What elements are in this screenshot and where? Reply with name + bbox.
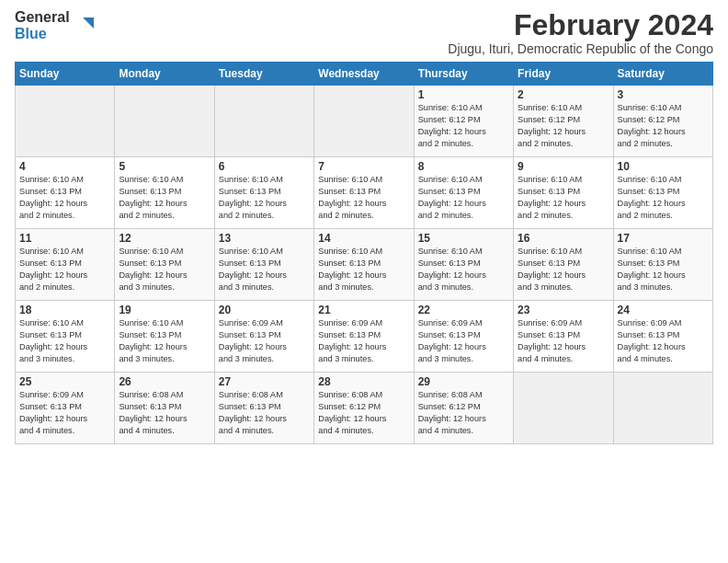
logo: General Blue	[15, 9, 94, 41]
day-number: 19	[119, 304, 210, 316]
day-number: 17	[618, 232, 709, 245]
day-cell: 19Sunrise: 6:10 AM Sunset: 6:13 PM Dayli…	[115, 301, 214, 373]
day-cell: 7Sunrise: 6:10 AM Sunset: 6:13 PM Daylig…	[314, 157, 414, 229]
week-row-3: 11Sunrise: 6:10 AM Sunset: 6:13 PM Dayli…	[16, 229, 713, 301]
day-number: 11	[19, 232, 110, 245]
day-cell: 25Sunrise: 6:09 AM Sunset: 6:13 PM Dayli…	[16, 373, 115, 444]
day-number: 7	[318, 160, 409, 173]
day-number: 8	[418, 160, 509, 173]
calendar-table: SundayMondayTuesdayWednesdayThursdayFrid…	[15, 62, 713, 444]
day-cell: 14Sunrise: 6:10 AM Sunset: 6:13 PM Dayli…	[314, 229, 414, 301]
day-cell: 1Sunrise: 6:10 AM Sunset: 6:12 PM Daylig…	[414, 86, 513, 157]
day-cell: 10Sunrise: 6:10 AM Sunset: 6:13 PM Dayli…	[613, 157, 712, 229]
day-detail: Sunrise: 6:10 AM Sunset: 6:13 PM Dayligh…	[618, 246, 709, 293]
day-cell: 15Sunrise: 6:10 AM Sunset: 6:13 PM Dayli…	[414, 229, 513, 301]
day-number: 9	[518, 160, 609, 173]
day-cell: 3Sunrise: 6:10 AM Sunset: 6:12 PM Daylig…	[613, 86, 712, 157]
day-number: 14	[318, 232, 409, 245]
week-row-5: 25Sunrise: 6:09 AM Sunset: 6:13 PM Dayli…	[16, 373, 713, 444]
day-detail: Sunrise: 6:10 AM Sunset: 6:12 PM Dayligh…	[618, 102, 709, 150]
day-number: 10	[618, 160, 709, 173]
day-cell: 22Sunrise: 6:09 AM Sunset: 6:13 PM Dayli…	[414, 301, 513, 373]
day-cell: 28Sunrise: 6:08 AM Sunset: 6:12 PM Dayli…	[314, 373, 414, 444]
col-header-saturday: Saturday	[613, 63, 712, 86]
subtitle: Djugu, Ituri, Democratic Republic of the…	[448, 41, 713, 56]
day-cell: 16Sunrise: 6:10 AM Sunset: 6:13 PM Dayli…	[514, 229, 613, 301]
day-detail: Sunrise: 6:10 AM Sunset: 6:13 PM Dayligh…	[518, 246, 609, 293]
day-detail: Sunrise: 6:10 AM Sunset: 6:13 PM Dayligh…	[19, 246, 110, 293]
day-number: 1	[418, 88, 509, 101]
day-number: 22	[418, 304, 509, 316]
day-cell: 8Sunrise: 6:10 AM Sunset: 6:13 PM Daylig…	[414, 157, 513, 229]
col-header-thursday: Thursday	[414, 63, 513, 86]
day-number: 20	[219, 304, 310, 316]
day-number: 18	[19, 304, 110, 316]
day-cell: 4Sunrise: 6:10 AM Sunset: 6:13 PM Daylig…	[16, 157, 115, 229]
day-cell: 17Sunrise: 6:10 AM Sunset: 6:13 PM Dayli…	[613, 229, 712, 301]
day-detail: Sunrise: 6:10 AM Sunset: 6:12 PM Dayligh…	[418, 102, 509, 150]
day-cell	[214, 86, 313, 157]
day-cell: 13Sunrise: 6:10 AM Sunset: 6:13 PM Dayli…	[214, 229, 313, 301]
col-header-tuesday: Tuesday	[214, 63, 313, 86]
day-detail: Sunrise: 6:10 AM Sunset: 6:13 PM Dayligh…	[318, 246, 409, 293]
day-detail: Sunrise: 6:10 AM Sunset: 6:13 PM Dayligh…	[219, 174, 310, 222]
day-cell: 11Sunrise: 6:10 AM Sunset: 6:13 PM Dayli…	[16, 229, 115, 301]
day-number: 21	[318, 304, 409, 316]
day-detail: Sunrise: 6:08 AM Sunset: 6:12 PM Dayligh…	[318, 389, 409, 437]
header: General Blue February 2024 Djugu, Ituri,…	[15, 9, 713, 56]
day-cell: 20Sunrise: 6:09 AM Sunset: 6:13 PM Dayli…	[214, 301, 313, 373]
day-detail: Sunrise: 6:10 AM Sunset: 6:13 PM Dayligh…	[119, 317, 210, 365]
day-detail: Sunrise: 6:10 AM Sunset: 6:13 PM Dayligh…	[119, 246, 210, 293]
day-number: 23	[518, 304, 609, 316]
main-title: February 2024	[448, 9, 713, 41]
day-cell: 26Sunrise: 6:08 AM Sunset: 6:13 PM Dayli…	[115, 373, 214, 444]
day-cell: 21Sunrise: 6:09 AM Sunset: 6:13 PM Dayli…	[314, 301, 414, 373]
day-detail: Sunrise: 6:09 AM Sunset: 6:13 PM Dayligh…	[618, 317, 709, 365]
header-row: SundayMondayTuesdayWednesdayThursdayFrid…	[16, 63, 713, 86]
day-number: 16	[518, 232, 609, 245]
day-number: 26	[119, 375, 210, 388]
day-detail: Sunrise: 6:10 AM Sunset: 6:13 PM Dayligh…	[418, 246, 509, 293]
day-detail: Sunrise: 6:09 AM Sunset: 6:13 PM Dayligh…	[19, 389, 110, 437]
day-cell	[16, 86, 115, 157]
day-number: 27	[219, 375, 310, 388]
day-detail: Sunrise: 6:10 AM Sunset: 6:13 PM Dayligh…	[19, 317, 110, 365]
day-cell: 24Sunrise: 6:09 AM Sunset: 6:13 PM Dayli…	[613, 301, 712, 373]
logo-general: General	[15, 9, 70, 26]
day-detail: Sunrise: 6:10 AM Sunset: 6:13 PM Dayligh…	[19, 174, 110, 222]
day-detail: Sunrise: 6:09 AM Sunset: 6:13 PM Dayligh…	[318, 317, 409, 365]
col-header-wednesday: Wednesday	[314, 63, 414, 86]
day-number: 6	[219, 160, 310, 173]
day-number: 12	[119, 232, 210, 245]
title-block: February 2024 Djugu, Ituri, Democratic R…	[448, 9, 713, 56]
week-row-4: 18Sunrise: 6:10 AM Sunset: 6:13 PM Dayli…	[16, 301, 713, 373]
day-number: 13	[219, 232, 310, 245]
day-detail: Sunrise: 6:09 AM Sunset: 6:13 PM Dayligh…	[418, 317, 509, 365]
day-detail: Sunrise: 6:10 AM Sunset: 6:13 PM Dayligh…	[518, 174, 609, 222]
day-cell: 6Sunrise: 6:10 AM Sunset: 6:13 PM Daylig…	[214, 157, 313, 229]
day-detail: Sunrise: 6:10 AM Sunset: 6:13 PM Dayligh…	[418, 174, 509, 222]
col-header-friday: Friday	[514, 63, 613, 86]
day-detail: Sunrise: 6:08 AM Sunset: 6:13 PM Dayligh…	[219, 389, 310, 437]
day-number: 15	[418, 232, 509, 245]
logo-arrow-icon	[74, 16, 94, 36]
day-number: 5	[119, 160, 210, 173]
day-cell: 27Sunrise: 6:08 AM Sunset: 6:13 PM Dayli…	[214, 373, 313, 444]
week-row-1: 1Sunrise: 6:10 AM Sunset: 6:12 PM Daylig…	[16, 86, 713, 157]
day-number: 2	[518, 88, 609, 101]
week-row-2: 4Sunrise: 6:10 AM Sunset: 6:13 PM Daylig…	[16, 157, 713, 229]
col-header-monday: Monday	[115, 63, 214, 86]
day-cell: 23Sunrise: 6:09 AM Sunset: 6:13 PM Dayli…	[514, 301, 613, 373]
day-cell: 12Sunrise: 6:10 AM Sunset: 6:13 PM Dayli…	[115, 229, 214, 301]
day-number: 4	[19, 160, 110, 173]
day-cell	[514, 373, 613, 444]
day-number: 29	[418, 375, 509, 388]
page: General Blue February 2024 Djugu, Ituri,…	[0, 0, 728, 563]
day-number: 28	[318, 375, 409, 388]
day-cell: 2Sunrise: 6:10 AM Sunset: 6:12 PM Daylig…	[514, 86, 613, 157]
logo-blue: Blue	[15, 26, 70, 42]
day-cell	[314, 86, 414, 157]
day-cell: 29Sunrise: 6:08 AM Sunset: 6:12 PM Dayli…	[414, 373, 513, 444]
day-detail: Sunrise: 6:10 AM Sunset: 6:13 PM Dayligh…	[318, 174, 409, 222]
day-detail: Sunrise: 6:09 AM Sunset: 6:13 PM Dayligh…	[219, 317, 310, 365]
